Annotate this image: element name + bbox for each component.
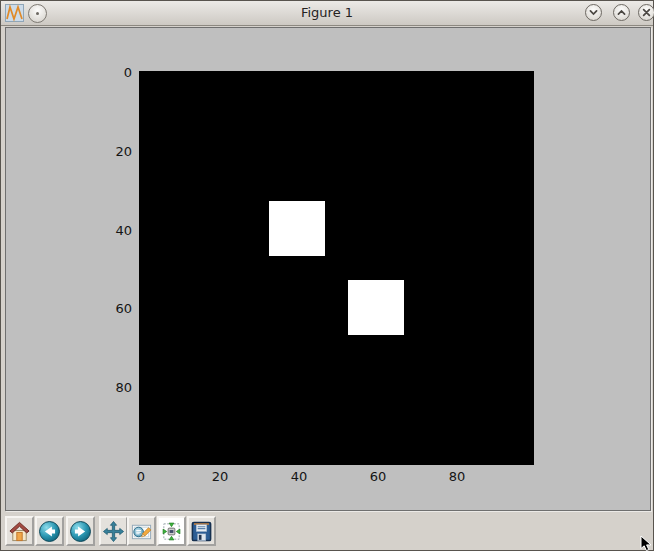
mouse-cursor-icon bbox=[640, 535, 654, 551]
home-icon bbox=[8, 520, 31, 543]
back-button[interactable] bbox=[35, 516, 64, 546]
y-tick-label: 40 bbox=[102, 223, 132, 238]
x-tick-label: 40 bbox=[279, 469, 319, 484]
floppy-disk-icon bbox=[190, 520, 213, 543]
y-tick-label: 20 bbox=[102, 144, 132, 159]
arrow-right-circle-icon bbox=[69, 520, 92, 543]
subplots-button[interactable] bbox=[157, 516, 186, 546]
window-menu-button[interactable] bbox=[28, 4, 47, 23]
dot-icon bbox=[36, 12, 39, 15]
forward-button[interactable] bbox=[66, 516, 95, 546]
shade-button[interactable] bbox=[585, 4, 602, 21]
figure-window: Figure 1 020406080020406080 bbox=[0, 0, 654, 551]
y-tick-label: 0 bbox=[102, 65, 132, 80]
save-button[interactable] bbox=[187, 516, 216, 546]
configure-subplots-icon bbox=[160, 520, 183, 543]
x-tick-label: 60 bbox=[358, 469, 398, 484]
figure-canvas[interactable]: 020406080020406080 bbox=[5, 27, 651, 511]
arrow-left-circle-icon bbox=[38, 520, 61, 543]
home-button[interactable] bbox=[5, 516, 34, 546]
x-tick-label: 0 bbox=[121, 469, 161, 484]
y-tick-label: 80 bbox=[102, 380, 132, 395]
close-icon bbox=[641, 7, 652, 18]
x-tick-label: 20 bbox=[200, 469, 240, 484]
window-title: Figure 1 bbox=[301, 5, 353, 20]
zoom-button[interactable] bbox=[127, 516, 156, 546]
close-button[interactable] bbox=[638, 4, 654, 21]
x-tick-label: 80 bbox=[437, 469, 477, 484]
white-square-1 bbox=[269, 201, 324, 256]
navigation-toolbar bbox=[1, 512, 653, 550]
unshade-button[interactable] bbox=[613, 4, 630, 21]
y-tick-label: 60 bbox=[102, 301, 132, 316]
titlebar[interactable]: Figure 1 bbox=[1, 1, 653, 26]
zoom-rect-pencil-icon bbox=[130, 520, 153, 543]
matplotlib-logo-icon bbox=[5, 4, 24, 22]
chevron-down-icon bbox=[588, 7, 599, 18]
white-square-2 bbox=[348, 280, 403, 335]
move-arrows-icon bbox=[102, 520, 125, 543]
axes-image[interactable] bbox=[139, 71, 534, 465]
pan-button[interactable] bbox=[99, 516, 128, 546]
chevron-up-icon bbox=[616, 7, 627, 18]
